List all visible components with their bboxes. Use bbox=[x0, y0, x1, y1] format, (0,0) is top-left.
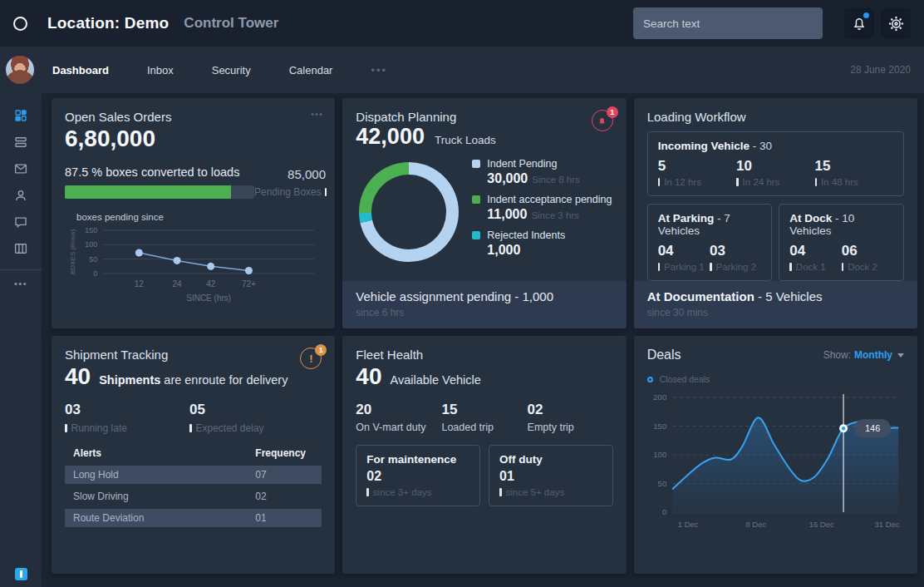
user-avatar[interactable] bbox=[6, 56, 34, 84]
dispatch-alert-bell[interactable]: 1 bbox=[592, 106, 617, 131]
card-title: Open Sales Orders bbox=[65, 110, 322, 124]
sidebar-item-dashboard[interactable] bbox=[7, 103, 35, 128]
person-icon bbox=[13, 188, 28, 203]
svg-text:42: 42 bbox=[206, 279, 216, 289]
legend-item: Indent Pending 30,000Since 8 hrs bbox=[472, 158, 612, 186]
alerts-table-header: AlertsFrequency bbox=[65, 447, 322, 459]
donut-legend: Indent Pending 30,000Since 8 hrs Indent … bbox=[472, 158, 612, 265]
svg-text:50: 50 bbox=[89, 255, 97, 264]
at-dock-box: At Dock - 10 Vehicles 04Dock 1 06Dock 2 bbox=[779, 204, 904, 281]
svg-text:100: 100 bbox=[85, 240, 97, 249]
incoming-vehicle-box: Incoming Vehicle - 30 5In 12 hrs 10In 24… bbox=[647, 131, 904, 196]
svg-text:150: 150 bbox=[653, 422, 666, 431]
search-box[interactable] bbox=[633, 7, 823, 39]
svg-text:200: 200 bbox=[653, 392, 666, 402]
dispatch-footer: Vehicle assignment pending - 1,000 since… bbox=[342, 281, 626, 328]
since-label: since 30 mins bbox=[647, 307, 904, 318]
mail-icon bbox=[13, 161, 28, 176]
panel-toggle-icon[interactable] bbox=[15, 568, 27, 580]
stat: 02Empty trip bbox=[528, 402, 613, 433]
card-shipment-tracking: Shipment Tracking ! 1 40 Shipments are e… bbox=[52, 336, 335, 574]
card-open-sales-orders: Open Sales Orders ••• 6,80,000 87.5 % bo… bbox=[52, 98, 335, 328]
stat-expected-delay: 05 Expected delay bbox=[189, 402, 314, 434]
card-title: Deals bbox=[647, 348, 681, 363]
current-date: 28 June 2020 bbox=[850, 64, 911, 76]
card-dispatch-planning: Dispatch Planning 1 42,000 Truck Loads I… bbox=[342, 98, 626, 328]
sidebar-item-lists[interactable] bbox=[7, 130, 35, 155]
svg-text:50: 50 bbox=[657, 479, 666, 488]
notifications-button[interactable] bbox=[844, 8, 874, 38]
tab-security[interactable]: Security bbox=[212, 64, 251, 76]
top-header: Location: Demo Control Tower bbox=[0, 0, 924, 47]
settings-button[interactable] bbox=[881, 8, 911, 38]
closed-deals-chart: 0501001502001 Dec8 Dec16 Dec31 Dec146 bbox=[647, 387, 904, 537]
legend-item: Indent acceptance pending 11,000Since 3 … bbox=[472, 194, 612, 222]
tab-inbox[interactable]: Inbox bbox=[147, 64, 174, 76]
sidebar-item-mail[interactable] bbox=[7, 156, 35, 181]
sidebar-divider bbox=[0, 269, 42, 270]
svg-text:SINCE (hrs): SINCE (hrs) bbox=[186, 294, 231, 303]
svg-text:31 Dec: 31 Dec bbox=[874, 520, 899, 529]
legend-swatch bbox=[472, 160, 480, 168]
alert-count-badge: 1 bbox=[315, 344, 327, 356]
stat: 03Parking 2 bbox=[710, 243, 761, 272]
off-duty-box: Off duty 01 since 5+ days bbox=[489, 445, 613, 506]
legend-item: Rejected Indents 1,000 bbox=[472, 229, 612, 258]
sidebar-item-board[interactable] bbox=[7, 236, 35, 261]
svg-text:0: 0 bbox=[662, 507, 666, 516]
tabs-more-button[interactable]: ••• bbox=[371, 64, 387, 76]
card-title: Fleet Health bbox=[356, 348, 612, 362]
stat: 5In 12 hrs bbox=[658, 158, 736, 187]
svg-text:BOXES (thous): BOXES (thous) bbox=[69, 229, 76, 274]
sidebar-item-chat[interactable] bbox=[7, 210, 35, 234]
svg-text:146: 146 bbox=[865, 423, 880, 433]
card-menu-button[interactable]: ••• bbox=[311, 110, 323, 119]
card-fleet-health: Fleet Health 40 Available Vehicle 20On V… bbox=[342, 336, 626, 574]
tab-bar: Dashboard Inbox Security Calendar ••• 28… bbox=[0, 47, 924, 93]
sidebar-item-contacts[interactable] bbox=[7, 183, 35, 208]
pending-boxes-value: 85,000 bbox=[254, 167, 326, 181]
svg-text:12: 12 bbox=[135, 279, 145, 289]
available-vehicle-value: 40 bbox=[356, 363, 381, 390]
card-title: Loading Workflow bbox=[647, 110, 904, 124]
since-label: since 6 hrs bbox=[356, 307, 612, 318]
progress-bar bbox=[65, 185, 254, 199]
stat-running-late: 03 Running late bbox=[65, 402, 189, 434]
stat: 04Parking 1 bbox=[658, 243, 710, 272]
dashboard-grid-icon bbox=[13, 108, 28, 123]
location-label: Location: Demo bbox=[47, 14, 169, 32]
tab-calendar[interactable]: Calendar bbox=[289, 64, 333, 76]
card-title: Dispatch Planning bbox=[356, 110, 612, 124]
card-title: Shipment Tracking bbox=[65, 348, 322, 362]
svg-text:150: 150 bbox=[85, 226, 97, 234]
sidebar-more-button[interactable]: ••• bbox=[14, 279, 27, 289]
svg-text:100: 100 bbox=[653, 450, 666, 459]
alert-count-badge: 1 bbox=[607, 106, 618, 118]
notification-dot bbox=[863, 12, 869, 18]
legend-swatch bbox=[472, 195, 480, 204]
svg-text:1 Dec: 1 Dec bbox=[677, 520, 698, 529]
shipments-value: 40 bbox=[65, 363, 91, 390]
app-logo-icon bbox=[13, 17, 27, 31]
show-period-dropdown[interactable]: Show: Monthly bbox=[823, 349, 904, 361]
progress-fill bbox=[65, 185, 231, 199]
legend-dot-icon bbox=[647, 377, 653, 382]
alerts-table: AlertsFrequency Long Hold07 Slow Driving… bbox=[65, 447, 322, 530]
stat: 20On V-mart duty bbox=[356, 402, 441, 433]
search-input[interactable] bbox=[643, 17, 796, 30]
legend-swatch bbox=[472, 231, 480, 239]
available-vehicle-label: Available Vehicle bbox=[390, 373, 480, 387]
dropdown-caret-icon bbox=[897, 353, 904, 358]
table-row: Route Deviation01 bbox=[65, 509, 322, 527]
dispatch-donut-chart bbox=[359, 162, 459, 262]
shipment-alert-warning[interactable]: ! 1 bbox=[300, 344, 325, 369]
at-parking-box: At Parking - 7 Vehicles 04Parking 1 03Pa… bbox=[647, 204, 773, 281]
card-deals: Deals Show: Monthly Closed deals 0501001… bbox=[634, 336, 917, 574]
svg-text:16 Dec: 16 Dec bbox=[808, 520, 833, 529]
boxes-pending-chart: 050100150BOXES (thous)12244272+SINCE (hr… bbox=[65, 224, 322, 310]
svg-text:8 Dec: 8 Dec bbox=[745, 520, 766, 529]
card-loading-workflow: Loading Workflow Incoming Vehicle - 30 5… bbox=[634, 98, 917, 328]
tab-dashboard[interactable]: Dashboard bbox=[52, 64, 109, 76]
gear-icon bbox=[887, 15, 905, 32]
truck-loads-value: 42,000 bbox=[356, 124, 425, 150]
